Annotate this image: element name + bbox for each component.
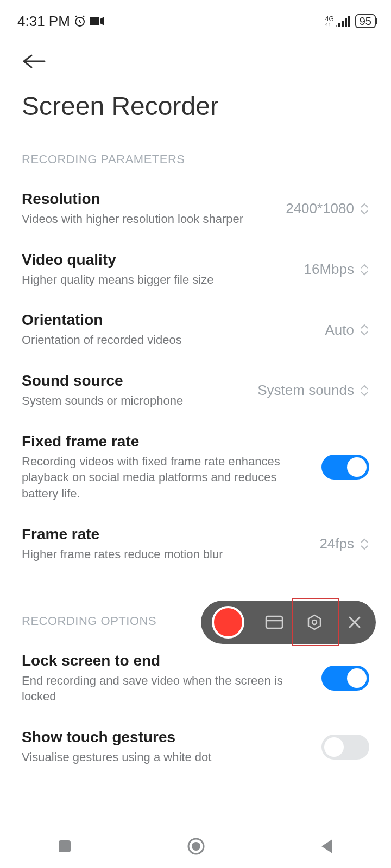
sound-label: Sound source: [22, 372, 247, 390]
sound-desc: System sounds or microphone: [22, 393, 247, 409]
battery-indicator: 95: [355, 14, 376, 28]
highlight-box: [292, 598, 339, 646]
nav-home-button[interactable]: [186, 837, 206, 856]
framerate-value: 24fps: [319, 535, 354, 552]
gestures-desc: Visualise gestures using a white dot: [22, 749, 311, 765]
setting-resolution[interactable]: Resolution Videos with higher resolution…: [0, 167, 391, 227]
svg-rect-7: [266, 616, 282, 628]
quality-value: 16Mbps: [304, 261, 355, 278]
svg-rect-4: [342, 21, 344, 27]
status-left: 4:31 PM: [17, 13, 105, 30]
svg-rect-11: [59, 840, 71, 852]
updown-icon: [360, 264, 369, 276]
setting-orientation[interactable]: Orientation Orientation of recorded vide…: [0, 288, 391, 348]
nav-back-button[interactable]: [319, 838, 335, 854]
quality-desc: Higher quality means bigger file size: [22, 272, 293, 288]
orientation-value: Auto: [325, 322, 355, 339]
section-head-parameters: RECORDING PARAMETERS: [0, 121, 391, 167]
svg-rect-6: [348, 16, 350, 27]
back-button[interactable]: [22, 53, 369, 69]
sound-value: System sounds: [257, 382, 354, 399]
setting-video-quality[interactable]: Video quality Higher quality means bigge…: [0, 227, 391, 288]
status-time: 4:31 PM: [17, 13, 70, 30]
close-icon[interactable]: [344, 612, 365, 633]
status-right: 4G 4↑ 95: [325, 14, 376, 28]
video-icon: [90, 16, 105, 27]
orientation-label: Orientation: [22, 311, 314, 329]
setting-frame-rate[interactable]: Frame rate Higher frame rates reduce mot…: [0, 502, 391, 563]
setting-show-touch-gestures: Show touch gestures Visualise gestures u…: [0, 705, 391, 765]
page-title: Screen Recorder: [0, 69, 391, 121]
setting-fixed-frame-rate: Fixed frame rate Recording videos with f…: [0, 409, 391, 502]
svg-rect-2: [336, 25, 337, 27]
svg-point-13: [192, 842, 200, 851]
status-bar: 4:31 PM 4G 4↑ 95: [0, 0, 391, 33]
setting-sound-source[interactable]: Sound source System sounds or microphone…: [0, 348, 391, 409]
nav-recents-button[interactable]: [56, 838, 73, 854]
updown-icon: [360, 203, 369, 215]
resolution-label: Resolution: [22, 190, 275, 208]
lockend-label: Lock screen to end: [22, 652, 311, 669]
framerate-label: Frame rate: [22, 526, 308, 543]
alarm-icon: [73, 15, 86, 28]
orientation-desc: Orientation of recorded videos: [22, 332, 314, 348]
updown-icon: [360, 385, 369, 397]
system-nav-bar: [0, 825, 391, 868]
updown-icon: [360, 324, 369, 336]
fixedframe-label: Fixed frame rate: [22, 433, 311, 450]
touch-gestures-toggle[interactable]: [321, 735, 369, 760]
fixed-frame-rate-toggle[interactable]: [321, 455, 369, 480]
resolution-value: 2400*1080: [286, 200, 354, 217]
network-icon: 4G 4↑: [325, 15, 352, 27]
lock-screen-end-toggle[interactable]: [321, 666, 369, 691]
svg-rect-1: [90, 17, 99, 25]
fixedframe-desc: Recording videos with fixed frame rate e…: [22, 454, 311, 502]
recorder-floating-bar[interactable]: [201, 601, 376, 644]
resolution-desc: Videos with higher resolution look sharp…: [22, 211, 275, 227]
svg-rect-3: [338, 23, 340, 27]
framerate-desc: Higher frame rates reduce motion blur: [22, 546, 308, 563]
svg-rect-5: [345, 18, 347, 27]
updown-icon: [360, 538, 369, 550]
quality-label: Video quality: [22, 251, 293, 269]
gestures-label: Show touch gestures: [22, 729, 311, 746]
lockend-desc: End recording and save video when the sc…: [22, 673, 311, 705]
record-button[interactable]: [212, 606, 244, 639]
folder-icon[interactable]: [264, 612, 285, 633]
